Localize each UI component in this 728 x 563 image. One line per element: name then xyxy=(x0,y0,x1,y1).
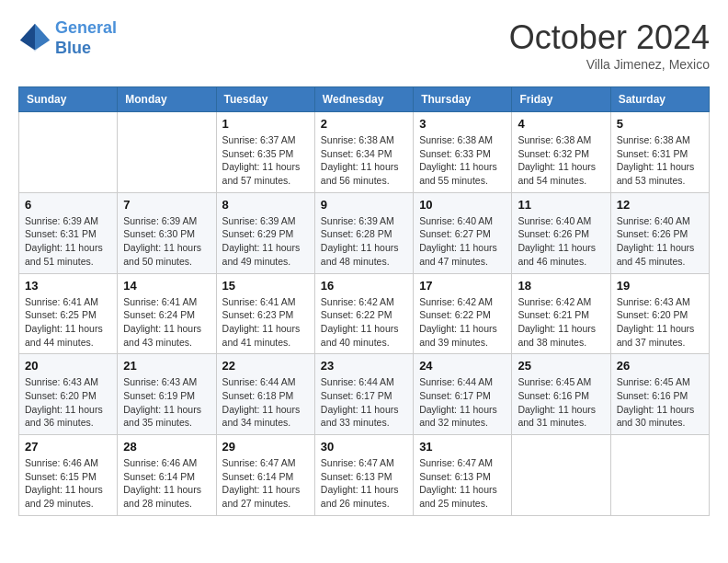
day-number: 7 xyxy=(123,198,210,212)
day-number: 24 xyxy=(419,359,506,373)
day-number: 10 xyxy=(419,198,506,212)
day-content: Sunrise: 6:44 AM Sunset: 6:17 PM Dayligh… xyxy=(419,375,506,430)
calendar-cell: 21Sunrise: 6:43 AM Sunset: 6:19 PM Dayli… xyxy=(118,354,216,435)
calendar-cell: 20Sunrise: 6:43 AM Sunset: 6:20 PM Dayli… xyxy=(19,354,118,435)
day-content: Sunrise: 6:37 AM Sunset: 6:35 PM Dayligh… xyxy=(222,133,309,188)
calendar-cell xyxy=(118,112,216,193)
day-number: 28 xyxy=(123,440,210,454)
day-number: 19 xyxy=(617,279,703,293)
day-number: 5 xyxy=(617,117,703,131)
column-header-thursday: Thursday xyxy=(414,87,512,112)
column-header-monday: Monday xyxy=(118,87,216,112)
day-number: 15 xyxy=(222,279,309,293)
day-number: 26 xyxy=(617,359,703,373)
day-number: 8 xyxy=(222,198,309,212)
calendar-week-4: 20Sunrise: 6:43 AM Sunset: 6:20 PM Dayli… xyxy=(19,354,710,435)
calendar-week-5: 27Sunrise: 6:46 AM Sunset: 6:15 PM Dayli… xyxy=(19,435,710,516)
day-content: Sunrise: 6:47 AM Sunset: 6:14 PM Dayligh… xyxy=(222,456,309,511)
day-content: Sunrise: 6:39 AM Sunset: 6:29 PM Dayligh… xyxy=(222,214,309,269)
logo-text: General Blue xyxy=(55,18,117,58)
calendar-cell: 26Sunrise: 6:45 AM Sunset: 6:16 PM Dayli… xyxy=(610,354,709,435)
day-number: 31 xyxy=(419,440,506,454)
day-content: Sunrise: 6:40 AM Sunset: 6:27 PM Dayligh… xyxy=(419,214,506,269)
column-header-friday: Friday xyxy=(512,87,610,112)
calendar-cell: 16Sunrise: 6:42 AM Sunset: 6:22 PM Dayli… xyxy=(314,273,413,354)
calendar-cell: 10Sunrise: 6:40 AM Sunset: 6:27 PM Dayli… xyxy=(414,192,512,273)
day-content: Sunrise: 6:39 AM Sunset: 6:30 PM Dayligh… xyxy=(123,214,210,269)
day-content: Sunrise: 6:43 AM Sunset: 6:20 PM Dayligh… xyxy=(617,295,703,350)
calendar-cell: 27Sunrise: 6:46 AM Sunset: 6:15 PM Dayli… xyxy=(19,435,118,516)
day-content: Sunrise: 6:42 AM Sunset: 6:22 PM Dayligh… xyxy=(321,295,407,350)
day-content: Sunrise: 6:45 AM Sunset: 6:16 PM Dayligh… xyxy=(518,375,604,430)
calendar-cell: 8Sunrise: 6:39 AM Sunset: 6:29 PM Daylig… xyxy=(216,192,314,273)
day-content: Sunrise: 6:41 AM Sunset: 6:24 PM Dayligh… xyxy=(123,295,210,350)
day-number: 17 xyxy=(419,279,506,293)
day-content: Sunrise: 6:44 AM Sunset: 6:17 PM Dayligh… xyxy=(321,375,407,430)
day-content: Sunrise: 6:39 AM Sunset: 6:28 PM Dayligh… xyxy=(321,214,407,269)
day-content: Sunrise: 6:38 AM Sunset: 6:32 PM Dayligh… xyxy=(518,133,604,188)
calendar-cell: 2Sunrise: 6:38 AM Sunset: 6:34 PM Daylig… xyxy=(314,112,413,193)
calendar-cell: 31Sunrise: 6:47 AM Sunset: 6:13 PM Dayli… xyxy=(414,435,512,516)
calendar-week-1: 1Sunrise: 6:37 AM Sunset: 6:35 PM Daylig… xyxy=(19,112,710,193)
day-number: 18 xyxy=(518,279,604,293)
day-number: 30 xyxy=(321,440,407,454)
calendar-cell: 6Sunrise: 6:39 AM Sunset: 6:31 PM Daylig… xyxy=(19,192,118,273)
day-content: Sunrise: 6:40 AM Sunset: 6:26 PM Dayligh… xyxy=(617,214,703,269)
day-number: 13 xyxy=(25,279,111,293)
day-number: 4 xyxy=(518,117,604,131)
day-number: 21 xyxy=(123,359,210,373)
svg-marker-1 xyxy=(35,23,50,50)
calendar-cell: 29Sunrise: 6:47 AM Sunset: 6:14 PM Dayli… xyxy=(216,435,314,516)
calendar-cell: 12Sunrise: 6:40 AM Sunset: 6:26 PM Dayli… xyxy=(610,192,709,273)
calendar-cell: 9Sunrise: 6:39 AM Sunset: 6:28 PM Daylig… xyxy=(314,192,413,273)
day-number: 14 xyxy=(123,279,210,293)
day-number: 2 xyxy=(321,117,407,131)
calendar-table: SundayMondayTuesdayWednesdayThursdayFrid… xyxy=(18,86,710,516)
calendar-header-row: SundayMondayTuesdayWednesdayThursdayFrid… xyxy=(19,87,710,112)
day-content: Sunrise: 6:38 AM Sunset: 6:33 PM Dayligh… xyxy=(419,133,506,188)
calendar-cell: 7Sunrise: 6:39 AM Sunset: 6:30 PM Daylig… xyxy=(118,192,216,273)
calendar-cell: 15Sunrise: 6:41 AM Sunset: 6:23 PM Dayli… xyxy=(216,273,314,354)
page-header: General Blue October 2024 Villa Jimenez,… xyxy=(18,18,710,72)
day-content: Sunrise: 6:45 AM Sunset: 6:16 PM Dayligh… xyxy=(617,375,703,430)
day-content: Sunrise: 6:42 AM Sunset: 6:21 PM Dayligh… xyxy=(518,295,604,350)
calendar-cell xyxy=(512,435,610,516)
day-content: Sunrise: 6:46 AM Sunset: 6:14 PM Dayligh… xyxy=(123,456,210,511)
day-content: Sunrise: 6:41 AM Sunset: 6:23 PM Dayligh… xyxy=(222,295,309,350)
calendar-cell: 23Sunrise: 6:44 AM Sunset: 6:17 PM Dayli… xyxy=(314,354,413,435)
day-number: 16 xyxy=(321,279,407,293)
day-number: 25 xyxy=(518,359,604,373)
day-content: Sunrise: 6:43 AM Sunset: 6:19 PM Dayligh… xyxy=(123,375,210,430)
calendar-cell: 22Sunrise: 6:44 AM Sunset: 6:18 PM Dayli… xyxy=(216,354,314,435)
calendar-cell xyxy=(19,112,118,193)
title-block: October 2024 Villa Jimenez, Mexico xyxy=(509,18,710,72)
day-content: Sunrise: 6:47 AM Sunset: 6:13 PM Dayligh… xyxy=(419,456,506,511)
day-number: 20 xyxy=(25,359,111,373)
calendar-cell: 17Sunrise: 6:42 AM Sunset: 6:22 PM Dayli… xyxy=(414,273,512,354)
day-number: 12 xyxy=(617,198,703,212)
calendar-cell: 14Sunrise: 6:41 AM Sunset: 6:24 PM Dayli… xyxy=(118,273,216,354)
column-header-sunday: Sunday xyxy=(19,87,118,112)
day-number: 1 xyxy=(222,117,309,131)
day-content: Sunrise: 6:41 AM Sunset: 6:25 PM Dayligh… xyxy=(25,295,111,350)
calendar-week-3: 13Sunrise: 6:41 AM Sunset: 6:25 PM Dayli… xyxy=(19,273,710,354)
logo-icon xyxy=(18,22,51,55)
month-title: October 2024 xyxy=(509,18,710,57)
calendar-cell: 5Sunrise: 6:38 AM Sunset: 6:31 PM Daylig… xyxy=(610,112,709,193)
day-number: 29 xyxy=(222,440,309,454)
column-header-wednesday: Wednesday xyxy=(314,87,413,112)
calendar-cell: 4Sunrise: 6:38 AM Sunset: 6:32 PM Daylig… xyxy=(512,112,610,193)
day-content: Sunrise: 6:47 AM Sunset: 6:13 PM Dayligh… xyxy=(321,456,407,511)
calendar-cell: 13Sunrise: 6:41 AM Sunset: 6:25 PM Dayli… xyxy=(19,273,118,354)
day-content: Sunrise: 6:40 AM Sunset: 6:26 PM Dayligh… xyxy=(518,214,604,269)
day-number: 9 xyxy=(321,198,407,212)
calendar-cell: 24Sunrise: 6:44 AM Sunset: 6:17 PM Dayli… xyxy=(414,354,512,435)
calendar-week-2: 6Sunrise: 6:39 AM Sunset: 6:31 PM Daylig… xyxy=(19,192,710,273)
calendar-cell xyxy=(610,435,709,516)
calendar-cell: 11Sunrise: 6:40 AM Sunset: 6:26 PM Dayli… xyxy=(512,192,610,273)
logo: General Blue xyxy=(18,18,117,58)
calendar-cell: 30Sunrise: 6:47 AM Sunset: 6:13 PM Dayli… xyxy=(314,435,413,516)
day-number: 23 xyxy=(321,359,407,373)
day-content: Sunrise: 6:38 AM Sunset: 6:34 PM Dayligh… xyxy=(321,133,407,188)
location-subtitle: Villa Jimenez, Mexico xyxy=(509,57,710,72)
